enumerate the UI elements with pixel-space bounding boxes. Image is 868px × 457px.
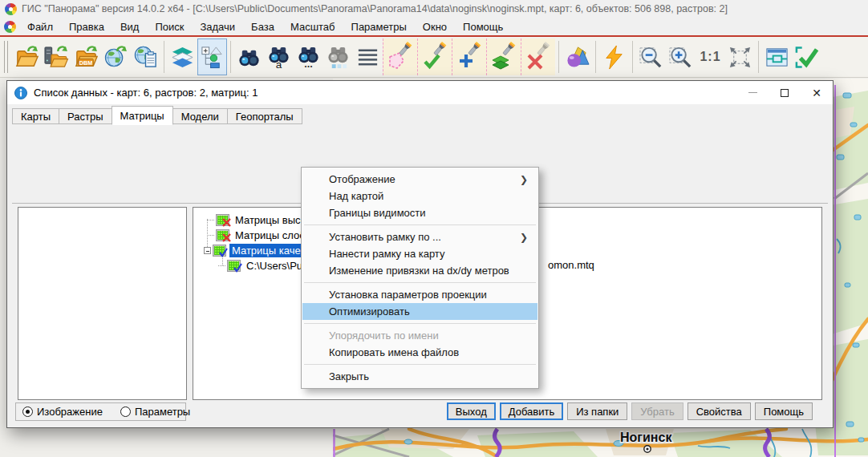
app-window: ГИС "Панорама" версия 14.0.2 x64 - [C:\U… — [0, 0, 868, 457]
select-layers-icon — [489, 41, 518, 73]
context-menu-item-projection-params[interactable]: Установка параметров проекции — [302, 286, 537, 303]
tree-item-matrix-heights[interactable]: Матрицы высот — [193, 212, 314, 228]
toolbar-grip[interactable] — [4, 41, 8, 73]
menu-view[interactable]: Вид — [112, 19, 148, 34]
select-layers-button[interactable] — [486, 38, 521, 75]
menu-file[interactable]: Файл — [19, 19, 61, 34]
help-button[interactable]: Помощь — [755, 402, 813, 420]
radio-parameters-icon[interactable] — [120, 406, 131, 417]
select-cancel-button[interactable] — [521, 38, 555, 75]
add-button[interactable]: Добавить — [500, 402, 563, 420]
tab-geoportals[interactable]: Геопорталы — [227, 108, 302, 124]
select-plus-icon — [455, 41, 484, 73]
select-add-button[interactable] — [452, 38, 486, 75]
preview-list-panel[interactable] — [18, 207, 187, 400]
submenu-arrow-icon: ❯ — [520, 232, 528, 243]
tree-connector — [207, 220, 214, 220]
extent-icon — [728, 45, 752, 70]
context-menu-item-set-frame[interactable]: Установить рамку по ... ❯ — [302, 228, 537, 245]
context-menu-item-change-anchor[interactable]: Изменение привязки на dx/dy метров — [302, 262, 537, 279]
menu-search[interactable]: Поиск — [147, 19, 192, 34]
tab-models[interactable]: Модели — [172, 108, 228, 124]
minimize-icon — [748, 92, 757, 93]
tab-rasters[interactable]: Растры — [59, 108, 112, 124]
matrix-off-icon — [216, 229, 229, 241]
close-button[interactable]: ✕ — [801, 81, 833, 104]
fast-search-button[interactable] — [599, 38, 629, 75]
tree-item-matrix-file[interactable]: C:\Users\Publi — [193, 258, 315, 273]
exit-button[interactable]: Выход — [447, 402, 496, 420]
context-menu-item-optimize[interactable]: Оптимизировать — [302, 303, 537, 320]
zoom-out-button[interactable] — [636, 38, 666, 75]
toolbar-separator — [758, 41, 759, 73]
dialog-titlebar[interactable]: Список данных - карт: 6, растров: 2, мат… — [7, 81, 833, 104]
search-button[interactable] — [234, 38, 264, 75]
menu-parameters[interactable]: Параметры — [343, 19, 415, 34]
red-cross-icon — [221, 217, 232, 228]
menu-item-label: Отображение — [329, 173, 395, 185]
context-menu-item-copy-file-names[interactable]: Копировать имена файлов — [302, 344, 537, 361]
zoom-actual-button[interactable]: 1:1 — [696, 38, 725, 75]
menubar: Файл Правка Вид Поиск Задачи База Масшта… — [0, 18, 868, 35]
select-cancel-icon — [524, 41, 553, 73]
marked-objects-list-button[interactable] — [353, 38, 383, 75]
context-menu-item-display[interactable]: Отображение ❯ — [302, 171, 537, 188]
menu-edit[interactable]: Правка — [61, 19, 112, 34]
menu-window[interactable]: Окно — [415, 19, 455, 34]
map-window-icon — [765, 45, 789, 70]
context-menu-item-sort-by-name: Упорядочить по имени — [302, 327, 537, 344]
toolbar-separator — [595, 41, 596, 73]
select-accept-button[interactable] — [417, 38, 452, 75]
tree-item-matrix-quality[interactable]: Матрицы качеств — [193, 243, 318, 258]
maximize-button[interactable] — [769, 81, 801, 104]
select-area-button[interactable] — [383, 38, 417, 75]
binoculars-gray-icon — [326, 45, 351, 70]
zoom-extent-button[interactable] — [725, 38, 755, 75]
context-menu-item-close[interactable]: Закрыть — [302, 368, 537, 385]
context-menu-item-apply-frame[interactable]: Нанести рамку на карту — [302, 245, 537, 262]
menu-scale[interactable]: Масштаб — [282, 19, 343, 34]
objects-3d-button[interactable] — [562, 38, 592, 75]
menu-tasks[interactable]: Задачи — [192, 19, 243, 34]
open-map-button[interactable] — [12, 38, 42, 75]
layers-button[interactable] — [168, 38, 197, 75]
search-by-name-button[interactable]: a — [264, 38, 294, 75]
properties-button[interactable]: Свойства — [688, 402, 751, 420]
menu-help[interactable]: Помощь — [455, 19, 511, 34]
tab-matrices[interactable]: Матрицы — [112, 106, 173, 125]
from-folder-button[interactable]: Из папки — [567, 402, 627, 420]
menu-item-label: Границы видимости — [329, 207, 426, 219]
open-database-button[interactable] — [42, 38, 71, 75]
menu-item-label: Установить рамку по ... — [329, 231, 441, 243]
minimize-button[interactable] — [736, 81, 769, 104]
red-cross-icon — [221, 233, 232, 243]
radio-image[interactable]: Изображение — [22, 406, 103, 418]
menu-database[interactable]: База — [243, 19, 282, 34]
app-title: ГИС "Панорама" версия 14.0.2 x64 - [C:\U… — [22, 3, 728, 14]
data-list-button[interactable] — [197, 38, 227, 75]
radio-image-icon[interactable] — [22, 406, 33, 417]
map-window-button[interactable] — [762, 38, 792, 75]
search-select-button[interactable]: ... — [294, 38, 323, 75]
svg-text:a: a — [276, 59, 282, 70]
open-dbm-button[interactable]: DBM — [71, 38, 101, 75]
blue-check-icon — [233, 263, 243, 273]
blue-check-icon — [218, 248, 229, 258]
collapse-minus-box[interactable] — [204, 247, 211, 254]
menubar-system-icon[interactable] — [4, 21, 16, 33]
context-menu-item-over-map[interactable]: Над картой — [302, 188, 537, 204]
open-geoportal-button[interactable] — [131, 38, 160, 75]
matrix-on-icon — [213, 245, 226, 257]
radio-parameters[interactable]: Параметры — [120, 406, 190, 418]
app-titlebar: ГИС "Панорама" версия 14.0.2 x64 - [C:\U… — [0, 0, 868, 18]
menu-separator — [304, 282, 536, 283]
tree-item-matrix-layers[interactable]: Матрицы слоёв — [193, 228, 313, 243]
tab-maps[interactable]: Карты — [12, 108, 59, 124]
list-icon — [355, 45, 380, 70]
open-internet-button[interactable] — [101, 38, 131, 75]
apply-button[interactable] — [792, 38, 821, 75]
search-continue-button[interactable] — [323, 38, 353, 75]
context-menu-item-visibility-bounds[interactable]: Границы видимости — [302, 204, 537, 221]
zoom-in-button[interactable] — [666, 38, 696, 75]
zoom-out-icon — [639, 45, 663, 70]
